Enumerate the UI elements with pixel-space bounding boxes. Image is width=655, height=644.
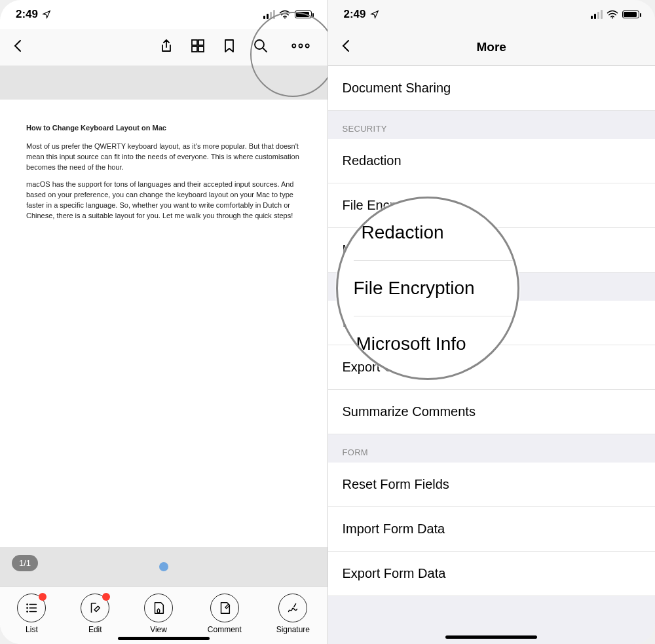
notification-dot [39,593,47,601]
page-title: More [477,40,506,54]
back-button[interactable] [10,38,26,56]
back-button[interactable] [339,38,354,56]
svg-rect-2 [198,40,204,45]
lens-row-ms-info: Microsoft Info [356,333,466,354]
tab-comment[interactable]: Comment [208,594,242,634]
status-time: 2:49 [16,8,38,21]
home-indicator [118,637,210,640]
wifi-icon [607,10,618,19]
home-indicator [445,635,537,639]
status-bar: 2:49 [0,0,328,29]
page-indicator-dot [159,562,168,571]
status-bar: 2:49 [328,0,656,29]
menu-item-redaction[interactable]: Redaction [328,139,656,183]
tab-strip-area [0,66,328,100]
more-dots-icon [290,38,312,54]
bookmark-icon [221,38,237,54]
menu-item-export-form[interactable]: Export Form Data [328,552,656,596]
callout-lens: Redaction File Encryption Microsoft Info [336,197,519,380]
edit-icon [88,601,102,615]
more-menu-screen: 2:49 More Document Sharing SECURITY Reda… [328,0,656,644]
tab-label: List [26,625,38,634]
notification-dot [102,593,110,601]
svg-point-6 [292,44,295,47]
svg-point-9 [27,603,29,605]
section-header-form: FORM [328,434,656,463]
doc-title: How to Change Keyboard Layout on Mac [26,123,301,134]
top-toolbar [0,29,328,66]
svg-point-11 [27,611,29,613]
page-scroll-area: 1/1 [0,547,328,586]
section-header-security: SECURITY [328,111,656,139]
svg-rect-4 [198,47,204,52]
menu-item-import-form[interactable]: Import Form Data [328,507,656,552]
tab-label: View [150,625,167,634]
svg-point-7 [299,44,302,47]
doc-paragraph: macOS has the support for tons of langua… [26,180,301,221]
signal-icon [263,10,275,19]
svg-rect-1 [192,40,197,45]
svg-point-0 [284,17,285,18]
lens-row-redaction: Redaction [362,222,444,242]
pdf-viewer-screen: 2:49 [0,0,328,644]
tab-label: Comment [208,625,242,634]
battery-icon [295,10,312,18]
bookmark-button[interactable] [221,38,237,56]
lens-row-file-encryption: File Encryption [354,278,475,298]
tab-list[interactable]: List [17,594,46,634]
list-icon [24,601,39,615]
tab-label: Edit [88,625,102,634]
tab-label: Signature [276,625,310,634]
battery-icon [622,10,639,18]
tab-signature[interactable]: Signature [276,594,310,634]
chevron-left-icon [339,38,354,54]
view-icon [151,601,166,615]
more-button[interactable] [284,38,317,56]
location-icon [42,10,51,19]
menu-item-document-sharing[interactable]: Document Sharing [328,66,656,111]
signature-icon [286,601,300,615]
svg-point-12 [612,17,613,18]
bottom-tabbar: List Edit View Comment Signature [0,586,328,644]
grid-icon [190,38,206,54]
svg-point-10 [27,607,29,609]
signal-icon [591,10,603,19]
page-counter: 1/1 [12,555,38,571]
search-icon [253,38,269,54]
share-button[interactable] [159,38,174,56]
menu-item-reset-form[interactable]: Reset Form Fields [328,463,656,507]
search-button[interactable] [253,38,269,56]
comment-icon [217,601,232,615]
tab-view[interactable]: View [144,594,173,634]
location-icon [370,10,379,19]
wifi-icon [279,10,291,19]
doc-paragraph: Most of us prefer the QWERTY keyboard la… [26,142,301,173]
share-icon [159,38,174,54]
svg-point-8 [305,44,309,47]
svg-rect-3 [192,47,197,52]
status-time: 2:49 [344,8,366,21]
document-page[interactable]: How to Change Keyboard Layout on Mac Mos… [0,100,328,547]
chevron-left-icon [10,38,26,54]
tab-edit[interactable]: Edit [81,594,109,634]
more-header: More [328,29,656,66]
menu-item-summarize-comments[interactable]: Summarize Comments [328,390,656,434]
thumbnails-button[interactable] [190,38,206,56]
